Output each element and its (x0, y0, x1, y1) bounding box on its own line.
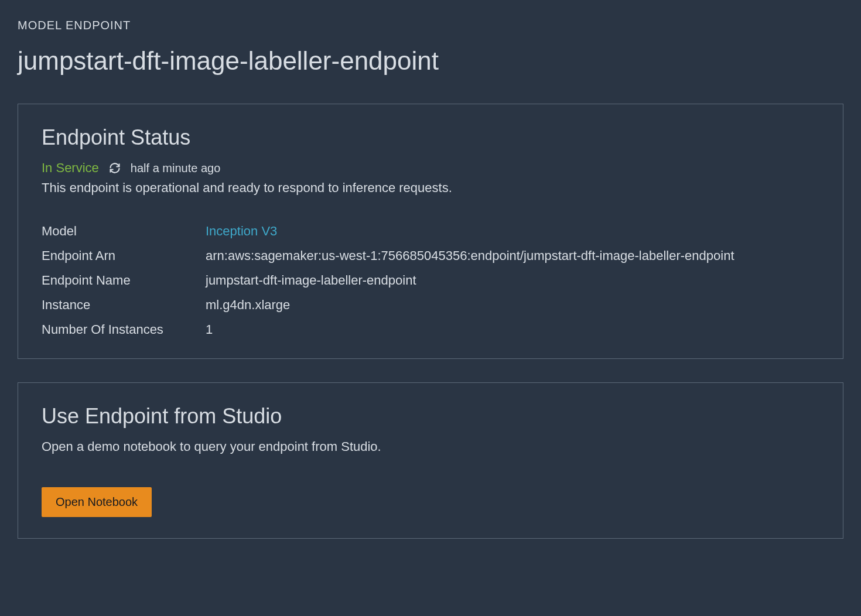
instance-label: Instance (42, 297, 194, 313)
status-row: In Service half a minute ago (42, 160, 819, 176)
status-timestamp: half a minute ago (131, 162, 220, 175)
model-link[interactable]: Inception V3 (206, 224, 819, 239)
instance-count-label: Number Of Instances (42, 322, 194, 337)
page-title: jumpstart-dft-image-labeller-endpoint (18, 46, 843, 76)
model-label: Model (42, 224, 194, 239)
use-endpoint-title: Use Endpoint from Studio (42, 404, 819, 429)
endpoint-details-table: Model Inception V3 Endpoint Arn arn:aws:… (42, 224, 819, 337)
breadcrumb: MODEL ENDPOINT (18, 19, 843, 32)
status-badge: In Service (42, 160, 99, 176)
endpoint-arn-value: arn:aws:sagemaker:us-west-1:756685045356… (206, 248, 819, 263)
status-description: This endpoint is operational and ready t… (42, 180, 819, 196)
endpoint-arn-label: Endpoint Arn (42, 248, 194, 263)
endpoint-status-title: Endpoint Status (42, 125, 819, 150)
open-notebook-button[interactable]: Open Notebook (42, 487, 152, 517)
refresh-icon[interactable] (108, 162, 121, 174)
use-endpoint-description: Open a demo notebook to query your endpo… (42, 439, 819, 454)
endpoint-name-label: Endpoint Name (42, 273, 194, 288)
endpoint-status-panel: Endpoint Status In Service half a minute… (18, 104, 843, 359)
endpoint-name-value: jumpstart-dft-image-labeller-endpoint (206, 273, 819, 288)
use-endpoint-panel: Use Endpoint from Studio Open a demo not… (18, 382, 843, 539)
instance-count-value: 1 (206, 322, 819, 337)
instance-value: ml.g4dn.xlarge (206, 297, 819, 313)
